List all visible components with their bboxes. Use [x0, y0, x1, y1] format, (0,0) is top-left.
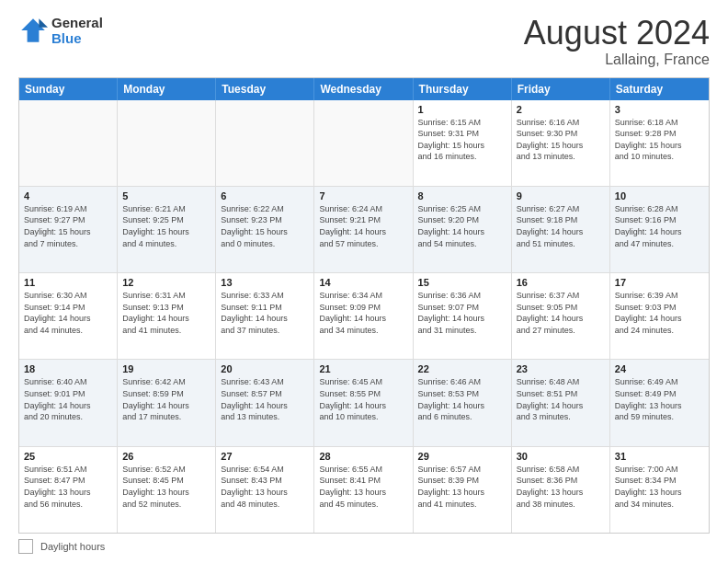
day-cell-5: 5Sunrise: 6:21 AM Sunset: 9:25 PM Daylig…: [118, 187, 216, 272]
day-number: 23: [517, 363, 605, 374]
day-cell-17: 17Sunrise: 6:39 AM Sunset: 9:03 PM Dayli…: [610, 273, 709, 359]
day-number: 1: [418, 104, 506, 115]
day-info: Sunrise: 6:28 AM Sunset: 9:16 PM Dayligh…: [615, 203, 704, 249]
day-number: 19: [122, 363, 210, 374]
header-day-saturday: Saturday: [610, 78, 709, 100]
day-number: 25: [24, 451, 112, 462]
day-number: 22: [418, 363, 506, 374]
day-number: 3: [615, 104, 704, 115]
page: General Blue August 2024 Lallaing, Franc…: [0, 0, 728, 563]
day-cell-31: 31Sunrise: 7:00 AM Sunset: 8:34 PM Dayli…: [610, 447, 709, 533]
day-info: Sunrise: 6:46 AM Sunset: 8:53 PM Dayligh…: [418, 376, 506, 422]
day-info: Sunrise: 6:21 AM Sunset: 9:25 PM Dayligh…: [122, 203, 210, 249]
empty-cell: [314, 100, 413, 186]
day-cell-26: 26Sunrise: 6:52 AM Sunset: 8:45 PM Dayli…: [118, 447, 216, 533]
day-info: Sunrise: 6:51 AM Sunset: 8:47 PM Dayligh…: [24, 464, 112, 510]
header-day-friday: Friday: [512, 78, 610, 100]
day-info: Sunrise: 6:37 AM Sunset: 9:05 PM Dayligh…: [517, 290, 605, 336]
day-cell-8: 8Sunrise: 6:25 AM Sunset: 9:20 PM Daylig…: [414, 187, 512, 272]
week-row-1: 1Sunrise: 6:15 AM Sunset: 9:31 PM Daylig…: [19, 100, 709, 186]
day-cell-13: 13Sunrise: 6:33 AM Sunset: 9:11 PM Dayli…: [216, 273, 314, 359]
day-info: Sunrise: 6:42 AM Sunset: 8:59 PM Dayligh…: [122, 376, 210, 422]
day-number: 18: [24, 363, 112, 374]
month-year: August 2024: [524, 15, 710, 52]
title-block: August 2024 Lallaing, France: [524, 15, 710, 68]
day-cell-21: 21Sunrise: 6:45 AM Sunset: 8:55 PM Dayli…: [314, 360, 413, 445]
day-cell-27: 27Sunrise: 6:54 AM Sunset: 8:43 PM Dayli…: [216, 447, 314, 533]
calendar: SundayMondayTuesdayWednesdayThursdayFrid…: [18, 77, 710, 534]
week-row-5: 25Sunrise: 6:51 AM Sunset: 8:47 PM Dayli…: [19, 446, 709, 533]
day-info: Sunrise: 6:36 AM Sunset: 9:07 PM Dayligh…: [418, 290, 506, 336]
day-number: 27: [221, 451, 309, 462]
empty-cell: [216, 100, 314, 186]
day-cell-18: 18Sunrise: 6:40 AM Sunset: 9:01 PM Dayli…: [19, 360, 118, 445]
logo-text: General Blue: [51, 15, 103, 46]
day-number: 13: [221, 277, 309, 288]
day-cell-2: 2Sunrise: 6:16 AM Sunset: 9:30 PM Daylig…: [512, 100, 610, 186]
day-cell-19: 19Sunrise: 6:42 AM Sunset: 8:59 PM Dayli…: [118, 360, 216, 445]
day-info: Sunrise: 6:43 AM Sunset: 8:57 PM Dayligh…: [221, 376, 309, 422]
day-number: 28: [319, 451, 407, 462]
day-info: Sunrise: 6:49 AM Sunset: 8:49 PM Dayligh…: [615, 376, 704, 422]
day-number: 4: [24, 190, 112, 201]
day-cell-24: 24Sunrise: 6:49 AM Sunset: 8:49 PM Dayli…: [610, 360, 709, 445]
location: Lallaing, France: [524, 52, 710, 68]
day-number: 21: [319, 363, 407, 374]
day-number: 5: [122, 190, 210, 201]
day-info: Sunrise: 6:22 AM Sunset: 9:23 PM Dayligh…: [221, 203, 309, 249]
empty-cell: [19, 100, 118, 186]
header-day-monday: Monday: [118, 78, 216, 100]
day-number: 15: [418, 277, 506, 288]
week-row-3: 11Sunrise: 6:30 AM Sunset: 9:14 PM Dayli…: [19, 272, 709, 359]
day-info: Sunrise: 6:55 AM Sunset: 8:41 PM Dayligh…: [319, 464, 407, 510]
day-number: 10: [615, 190, 704, 201]
day-cell-14: 14Sunrise: 6:34 AM Sunset: 9:09 PM Dayli…: [314, 273, 413, 359]
day-cell-23: 23Sunrise: 6:48 AM Sunset: 8:51 PM Dayli…: [512, 360, 610, 445]
day-number: 7: [319, 190, 407, 201]
day-info: Sunrise: 6:30 AM Sunset: 9:14 PM Dayligh…: [24, 290, 112, 336]
day-number: 6: [221, 190, 309, 201]
week-row-2: 4Sunrise: 6:19 AM Sunset: 9:27 PM Daylig…: [19, 186, 709, 272]
day-info: Sunrise: 6:48 AM Sunset: 8:51 PM Dayligh…: [517, 376, 605, 422]
day-info: Sunrise: 6:31 AM Sunset: 9:13 PM Dayligh…: [122, 290, 210, 336]
day-info: Sunrise: 6:18 AM Sunset: 9:28 PM Dayligh…: [615, 117, 704, 163]
day-info: Sunrise: 7:00 AM Sunset: 8:34 PM Dayligh…: [615, 464, 704, 510]
header-day-wednesday: Wednesday: [314, 78, 413, 100]
day-number: 16: [517, 277, 605, 288]
calendar-body: 1Sunrise: 6:15 AM Sunset: 9:31 PM Daylig…: [19, 100, 709, 533]
day-cell-22: 22Sunrise: 6:46 AM Sunset: 8:53 PM Dayli…: [414, 360, 512, 445]
day-info: Sunrise: 6:58 AM Sunset: 8:36 PM Dayligh…: [517, 464, 605, 510]
header: General Blue August 2024 Lallaing, Franc…: [18, 15, 710, 68]
daylight-label: Daylight hours: [40, 541, 105, 552]
logo-icon: [18, 16, 48, 45]
header-day-tuesday: Tuesday: [216, 78, 314, 100]
day-info: Sunrise: 6:34 AM Sunset: 9:09 PM Dayligh…: [319, 290, 407, 336]
day-info: Sunrise: 6:40 AM Sunset: 9:01 PM Dayligh…: [24, 376, 112, 422]
day-cell-15: 15Sunrise: 6:36 AM Sunset: 9:07 PM Dayli…: [414, 273, 512, 359]
day-info: Sunrise: 6:45 AM Sunset: 8:55 PM Dayligh…: [319, 376, 407, 422]
day-cell-7: 7Sunrise: 6:24 AM Sunset: 9:21 PM Daylig…: [314, 187, 413, 272]
day-info: Sunrise: 6:25 AM Sunset: 9:20 PM Dayligh…: [418, 203, 506, 249]
week-row-4: 18Sunrise: 6:40 AM Sunset: 9:01 PM Dayli…: [19, 359, 709, 445]
day-cell-25: 25Sunrise: 6:51 AM Sunset: 8:47 PM Dayli…: [19, 447, 118, 533]
day-number: 24: [615, 363, 704, 374]
day-number: 14: [319, 277, 407, 288]
header-day-thursday: Thursday: [414, 78, 512, 100]
calendar-header: SundayMondayTuesdayWednesdayThursdayFrid…: [19, 78, 709, 100]
day-cell-9: 9Sunrise: 6:27 AM Sunset: 9:18 PM Daylig…: [512, 187, 610, 272]
day-number: 29: [418, 451, 506, 462]
day-info: Sunrise: 6:15 AM Sunset: 9:31 PM Dayligh…: [418, 117, 506, 163]
footer: Daylight hours: [18, 539, 710, 554]
logo: General Blue: [18, 15, 103, 46]
day-cell-1: 1Sunrise: 6:15 AM Sunset: 9:31 PM Daylig…: [414, 100, 512, 186]
header-day-sunday: Sunday: [19, 78, 118, 100]
day-number: 9: [517, 190, 605, 201]
day-number: 8: [418, 190, 506, 201]
day-number: 17: [615, 277, 704, 288]
day-cell-10: 10Sunrise: 6:28 AM Sunset: 9:16 PM Dayli…: [610, 187, 709, 272]
day-number: 26: [122, 451, 210, 462]
day-info: Sunrise: 6:57 AM Sunset: 8:39 PM Dayligh…: [418, 464, 506, 510]
empty-cell: [118, 100, 216, 186]
day-number: 30: [517, 451, 605, 462]
day-info: Sunrise: 6:54 AM Sunset: 8:43 PM Dayligh…: [221, 464, 309, 510]
